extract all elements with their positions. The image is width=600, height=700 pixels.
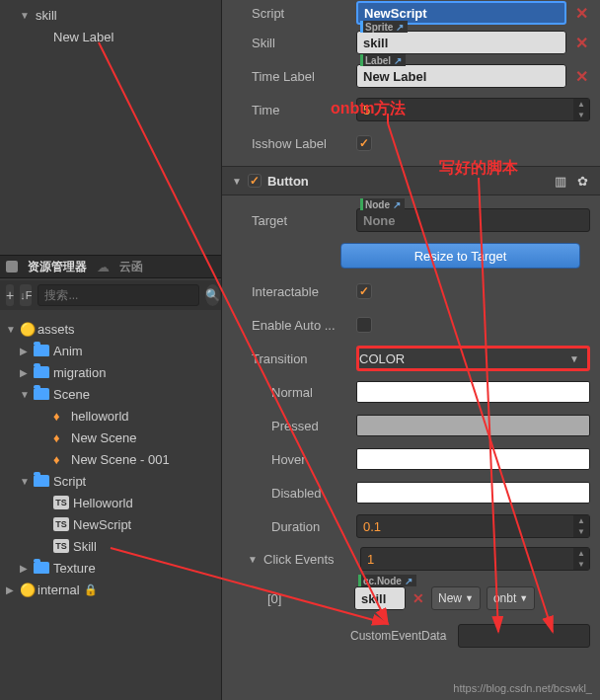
time-field[interactable]: 5 ▲▼ (356, 98, 590, 121)
hover-color[interactable] (356, 448, 590, 470)
delete-script[interactable]: ✕ (572, 4, 590, 23)
button-section-header[interactable]: ▼ Button ▥ ✿ (222, 166, 600, 195)
assets-toolbar: + ↓F 🔍 (0, 280, 221, 310)
folder-icon (34, 366, 49, 378)
tree-item-newscene[interactable]: ♦ New Scene (0, 427, 221, 448)
prop-label-timelabel: Time Label (252, 69, 350, 84)
node-tag: Node↗ (360, 198, 405, 210)
hierarchy-label: skill (36, 8, 57, 23)
target-field[interactable]: Node↗ None (356, 208, 590, 232)
sort-button[interactable]: ↓F (20, 284, 32, 306)
pressed-color[interactable] (356, 415, 590, 436)
tree-item-assets[interactable]: ▼ 🟡 assets (0, 318, 221, 340)
custom-event-field[interactable] (458, 624, 590, 648)
book-icon[interactable]: ▥ (553, 174, 568, 189)
hierarchy-node-skill[interactable]: ▼ skill (0, 4, 221, 26)
tree-label: New Scene (71, 430, 136, 445)
cloud-icon: ☁ (97, 260, 110, 274)
tree-label: assets (38, 322, 75, 337)
fire-icon: ♦ (53, 409, 67, 423)
folder-icon (34, 388, 49, 400)
database-icon: 🟡 (20, 322, 34, 336)
custom-event-label: CustomEventData (350, 629, 446, 643)
sprite-tag: Sprite↗ (360, 21, 408, 33)
gear-icon[interactable]: ✿ (574, 174, 590, 189)
button-enable-checkbox[interactable] (248, 174, 262, 188)
clickevents-field[interactable]: 1 ▲▼ (360, 547, 590, 571)
prop-label-transition: Transition (252, 351, 350, 366)
tree-item-newscript-ts[interactable]: TS NewScript (0, 513, 221, 535)
tree-item-script[interactable]: ▼ Script (0, 470, 221, 492)
search-button[interactable]: 🔍 (205, 284, 220, 306)
duration-field[interactable]: 0.1 ▲▼ (356, 514, 590, 538)
tree-item-helloworld[interactable]: ♦ helloworld (0, 405, 221, 427)
clickevents-value: 1 (367, 552, 374, 567)
event-node-field[interactable]: cc.Node↗ skill (354, 586, 406, 610)
skill-field[interactable]: Sprite↗ skill (356, 31, 566, 54)
target-value: None (363, 213, 396, 228)
ts-icon: TS (53, 496, 69, 509)
prop-label-duration: Duration (271, 519, 350, 534)
prop-label-target: Target (252, 213, 350, 228)
folder-icon (34, 475, 49, 487)
hierarchy-node-newlabel[interactable]: New Label (0, 26, 221, 47)
caret-down-icon: ▼ (20, 10, 30, 21)
tree-item-hello-ts[interactable]: TS Helloworld (0, 492, 221, 513)
time-value: 5 (363, 103, 370, 117)
stepper-icon[interactable]: ▲▼ (573, 515, 589, 537)
prop-label-isshow: Isshow Label (252, 136, 350, 151)
watermark: https://blog.csdn.net/bcswkl_ (453, 682, 592, 694)
caret-down-icon: ▼ (20, 389, 30, 400)
tree-item-newscene001[interactable]: ♦ New Scene - 001 (0, 448, 221, 470)
isshow-checkbox[interactable] (356, 135, 372, 151)
tree-label: migration (53, 365, 106, 380)
ts-icon: TS (53, 517, 69, 531)
prop-label-skill: Skill (252, 36, 350, 50)
tab-assets[interactable]: 资源管理器 (28, 259, 87, 275)
linkout-icon: ↗ (396, 22, 404, 33)
tree-item-internal[interactable]: ▶ 🟡 internal 🔒 (0, 579, 221, 600)
event-handler-value: onbt (493, 591, 516, 605)
delete-timelabel[interactable]: ✕ (572, 67, 590, 86)
event-handler-select[interactable]: onbt▼ (487, 586, 535, 610)
tree-label: Skill (73, 539, 97, 554)
enableauto-checkbox[interactable] (356, 317, 372, 333)
resize-to-target-button[interactable]: Resize to Target (340, 243, 580, 269)
tree-item-scene[interactable]: ▼ Scene (0, 383, 221, 405)
stepper-icon[interactable]: ▲▼ (573, 548, 589, 570)
tree-label: Texture (53, 561, 96, 576)
delete-skill[interactable]: ✕ (572, 34, 590, 52)
prop-label-hover: Hover (271, 452, 350, 467)
tab-cloud[interactable]: 云函 (119, 259, 143, 275)
tree-label: Script (53, 474, 86, 489)
tree-item-migration[interactable]: ▶ migration (0, 361, 221, 383)
prop-label-pressed: Pressed (271, 419, 350, 433)
tree-item-anim[interactable]: ▶ Anim (0, 340, 221, 361)
delete-event-node[interactable]: ✕ (412, 590, 425, 606)
timelabel-field[interactable]: Label↗ New Label (356, 64, 566, 88)
add-button[interactable]: + (6, 284, 14, 306)
event-component-select[interactable]: New▼ (431, 586, 481, 610)
disabled-color[interactable] (356, 482, 590, 504)
lock-icon: 🔒 (84, 583, 98, 596)
search-input[interactable] (38, 284, 199, 306)
prop-label-normal: Normal (271, 385, 350, 400)
linkout-icon: ↗ (394, 55, 402, 66)
assets-icon (6, 261, 18, 272)
tree-item-texture[interactable]: ▶ Texture (0, 557, 221, 579)
label-tag: Label↗ (360, 54, 406, 66)
prop-label-clickevents: Click Events (263, 552, 354, 567)
caret-right-icon: ▶ (20, 346, 30, 356)
tree-item-skill-ts[interactable]: TS Skill (0, 535, 221, 557)
folder-icon (34, 562, 49, 574)
caret-right-icon: ▶ (6, 584, 16, 595)
fire-icon: ♦ (53, 430, 67, 444)
stepper-icon[interactable]: ▲▼ (573, 99, 589, 120)
transition-select[interactable]: COLOR (356, 346, 590, 371)
interactable-checkbox[interactable] (356, 283, 372, 299)
caret-right-icon: ▶ (20, 563, 30, 574)
normal-color[interactable] (356, 381, 590, 403)
database-icon: 🟡 (20, 583, 34, 596)
button-section-title: Button (267, 174, 309, 189)
event-node-value: skill (361, 591, 386, 606)
